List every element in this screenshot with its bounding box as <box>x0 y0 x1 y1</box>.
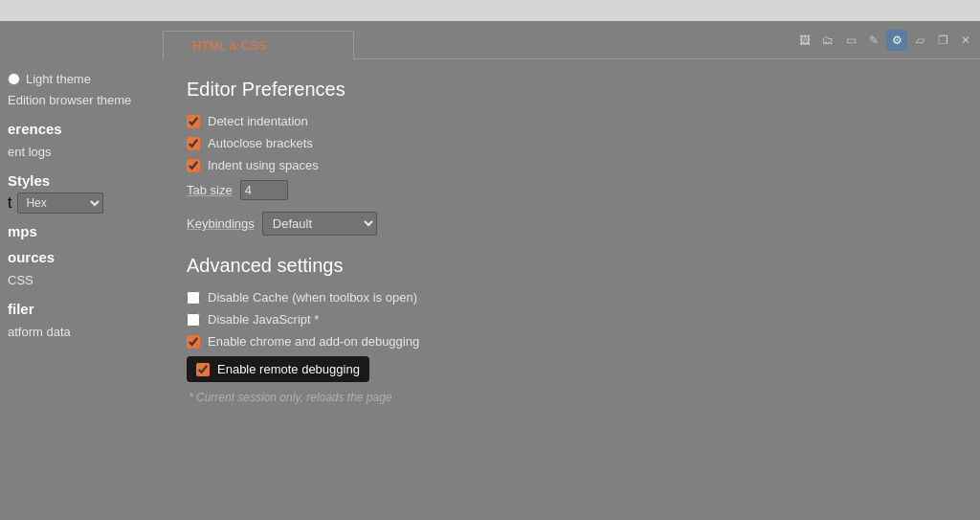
disable-javascript-row: Disable JavaScript * <box>187 312 951 327</box>
top-bar <box>0 0 980 21</box>
split-icon[interactable]: ▱ <box>909 30 930 51</box>
sidebar: Light theme Edition browser theme erence… <box>0 59 158 520</box>
disable-cache-row: Disable Cache (when toolbox is open) <box>187 290 951 305</box>
styles-section: Styles <box>8 172 158 189</box>
detect-indentation-row: Detect indentation <box>187 114 951 128</box>
indent-using-spaces-checkbox[interactable] <box>187 159 200 172</box>
enable-remote-debug-label: Enable remote debugging <box>217 362 360 376</box>
indent-using-spaces-row: Indent using spaces <box>187 158 951 172</box>
color-format-label: t <box>8 194 11 212</box>
tab-html-css[interactable]: HTML & CSS <box>163 31 354 59</box>
keybindings-row: Keybindings Default Vim Emacs <box>187 212 951 236</box>
close-icon[interactable]: ✕ <box>955 30 976 51</box>
event-logs-label: ent logs <box>8 145 52 159</box>
timestamps-section: mps <box>8 223 158 239</box>
css-item[interactable]: CSS <box>8 269 158 291</box>
edition-browser-theme-label: Edition browser theme <box>8 93 131 107</box>
light-theme-label: Light theme <box>26 72 91 86</box>
autoclose-brackets-row: Autoclose brackets <box>187 136 951 150</box>
autoclose-brackets-label: Autoclose brackets <box>208 136 313 150</box>
main-content: Editor Preferences Detect indentation Au… <box>158 59 980 520</box>
tab-size-input[interactable] <box>240 180 288 200</box>
detect-indentation-checkbox[interactable] <box>187 115 200 128</box>
folders-icon[interactable]: 🗂 <box>817 30 838 51</box>
color-format-select[interactable]: Hex RGB HSL <box>17 192 103 214</box>
detect-indentation-label: Detect indentation <box>208 114 308 128</box>
enable-remote-debug-checkbox[interactable] <box>196 363 210 376</box>
enable-chrome-debug-checkbox[interactable] <box>187 335 200 349</box>
indent-using-spaces-label: Indent using spaces <box>208 158 319 172</box>
light-theme-item[interactable]: Light theme <box>8 69 158 89</box>
disable-javascript-label: Disable JavaScript * <box>208 312 319 327</box>
window-icon[interactable]: ▭ <box>840 30 861 51</box>
light-theme-radio[interactable] <box>8 73 20 85</box>
dock-icon[interactable]: ❐ <box>932 30 953 51</box>
tab-label: HTML & CSS <box>192 38 267 53</box>
advanced-settings-title: Advanced settings <box>187 255 951 277</box>
event-logs-item[interactable]: ent logs <box>8 141 158 163</box>
pen-icon[interactable]: ✎ <box>863 30 884 51</box>
platform-data-item[interactable]: atform data <box>8 321 158 343</box>
color-format-row: t Hex RGB HSL <box>8 192 158 214</box>
disable-cache-label: Disable Cache (when toolbox is open) <box>208 290 417 305</box>
enable-chrome-debug-label: Enable chrome and add-on debugging <box>208 334 419 349</box>
enable-remote-debug-row: Enable remote debugging <box>187 356 369 382</box>
settings-icon[interactable]: ⚙ <box>886 30 907 51</box>
filer-section: filer <box>8 301 158 317</box>
platform-data-label: atform data <box>8 325 71 339</box>
preferences-section: erences <box>8 121 158 137</box>
camera-icon[interactable]: 🖼 <box>794 30 815 51</box>
edition-browser-theme-item[interactable]: Edition browser theme <box>8 89 158 111</box>
note-text: * Current session only, reloads the page <box>189 391 392 404</box>
disable-cache-checkbox[interactable] <box>187 291 200 305</box>
autoclose-brackets-checkbox[interactable] <box>187 137 200 150</box>
editor-preferences-title: Editor Preferences <box>187 79 951 101</box>
css-label: CSS <box>8 273 33 287</box>
keybindings-label: Keybindings <box>187 216 255 231</box>
toolbar: 🖼 🗂 ▭ ✎ ⚙ ▱ ❐ ✕ <box>791 21 980 59</box>
keybindings-select[interactable]: Default Vim Emacs <box>262 212 377 236</box>
disable-javascript-checkbox[interactable] <box>187 313 200 327</box>
resources-section: ources <box>8 249 158 265</box>
tab-size-row: Tab size <box>187 180 951 200</box>
note-row: * Current session only, reloads the page <box>187 388 951 405</box>
tab-size-label: Tab size <box>187 183 233 197</box>
enable-chrome-debug-row: Enable chrome and add-on debugging <box>187 334 951 349</box>
